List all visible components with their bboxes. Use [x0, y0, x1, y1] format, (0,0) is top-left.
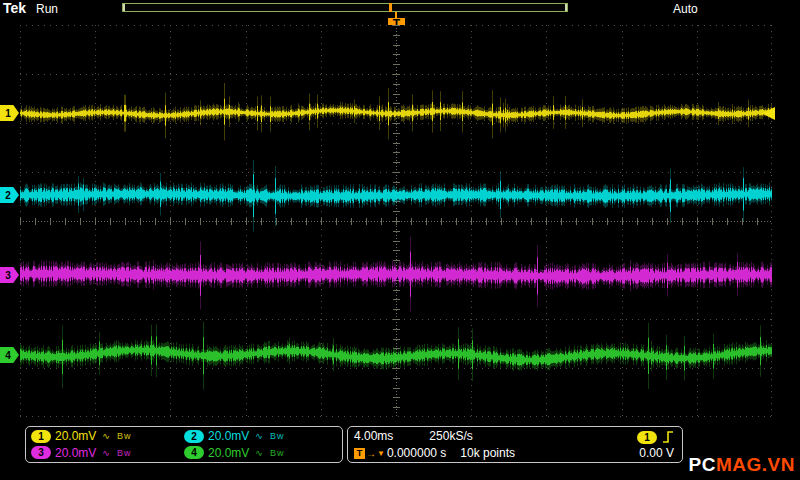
- rising-edge-icon: [662, 430, 674, 444]
- arrow-right-icon: →: [366, 448, 376, 459]
- waveform-display: [20, 25, 772, 417]
- triangle-down-icon: ▼: [377, 449, 385, 458]
- graticule-area: 1 2 3 4: [20, 25, 772, 417]
- pcmag-watermark: PCMAG.VN: [689, 454, 795, 476]
- bandwidth-icon: Bᴡ: [117, 448, 132, 458]
- record-view-bar: [122, 3, 568, 12]
- trigger-source-badge: 1: [637, 431, 657, 444]
- watermark-rest: MAG.VN: [716, 454, 795, 475]
- acquisition-status: Run: [36, 2, 58, 16]
- channel-1-readout: 1 20.0mV ∿ Bᴡ: [31, 428, 184, 445]
- coupling-icon: ∿: [102, 431, 111, 441]
- trigger-time-icon: T: [354, 448, 365, 459]
- record-length-readout: 10k points: [460, 446, 515, 460]
- channel-2-scale: 20.0mV: [208, 429, 249, 443]
- bandwidth-icon: Bᴡ: [117, 431, 132, 441]
- sample-rate-readout: 250kS/s: [429, 429, 472, 443]
- channel-3-readout: 3 20.0mV ∿ Bᴡ: [31, 445, 184, 462]
- coupling-icon: ∿: [102, 448, 111, 458]
- channel-3-position-marker: 3: [0, 267, 19, 283]
- channel-3-badge: 3: [31, 446, 51, 459]
- bandwidth-icon: Bᴡ: [270, 431, 285, 441]
- channel-3-scale: 20.0mV: [55, 446, 96, 460]
- trigger-marker-stem: [395, 12, 397, 18]
- channel-4-scale: 20.0mV: [208, 446, 249, 460]
- horizontal-trigger-box: 4.00ms 250kS/s T → ▼ 0.000000 s 10k poin…: [347, 426, 683, 463]
- trigger-level-readout: 0.00 V: [639, 446, 674, 460]
- horizontal-readouts: 4.00ms 250kS/s T → ▼ 0.000000 s 10k poin…: [354, 429, 515, 460]
- bandwidth-icon: Bᴡ: [270, 448, 285, 458]
- tek-logo: Tek: [3, 0, 26, 16]
- watermark-pc: PC: [689, 454, 716, 475]
- channel-2-readout: 2 20.0mV ∿ Bᴡ: [184, 428, 337, 445]
- channel-1-position-marker: 1: [0, 105, 19, 121]
- coupling-icon: ∿: [255, 431, 264, 441]
- channel-2-badge: 2: [184, 430, 204, 443]
- channel-2-position-marker: 2: [0, 187, 19, 203]
- trigger-readouts: 1 0.00 V: [637, 429, 674, 460]
- channel-4-badge: 4: [184, 446, 204, 459]
- channel-4-position-marker: 4: [0, 347, 19, 363]
- oscilloscope-screen: Tek Run Auto T 1 2 3 4 1 20.0mV ∿ Bᴡ 2 2…: [0, 0, 800, 480]
- trigger-position-tick: [389, 3, 392, 12]
- channel-1-scale: 20.0mV: [55, 429, 96, 443]
- coupling-icon: ∿: [255, 448, 264, 458]
- trigger-mode-label: Auto: [673, 2, 698, 16]
- channel-1-badge: 1: [31, 430, 51, 443]
- timebase-readout: 4.00ms: [354, 429, 393, 443]
- channel-readouts-box: 1 20.0mV ∿ Bᴡ 2 20.0mV ∿ Bᴡ 3 20.0mV ∿ B…: [25, 426, 343, 463]
- trigger-time-readout: 0.000000 s: [387, 446, 446, 460]
- top-status-bar: Tek Run Auto: [0, 0, 800, 16]
- channel-4-readout: 4 20.0mV ∿ Bᴡ: [184, 445, 337, 462]
